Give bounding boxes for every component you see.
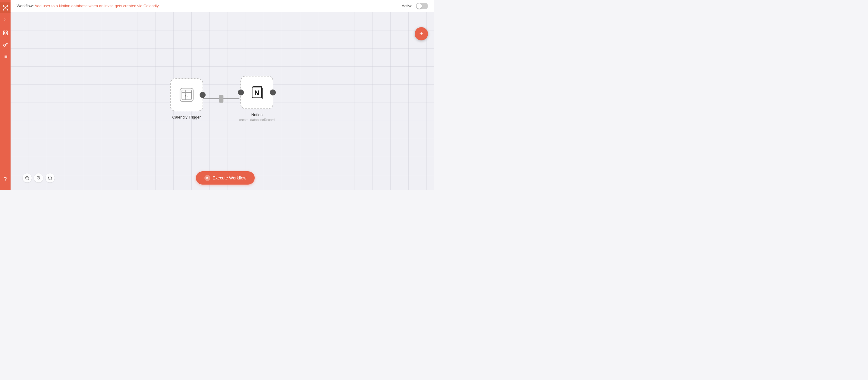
sidebar-item-network[interactable] — [0, 27, 10, 38]
zoom-controls — [23, 173, 55, 182]
notion-box[interactable]: N — [240, 76, 273, 109]
svg-marker-27 — [252, 86, 261, 87]
svg-line-34 — [39, 179, 40, 180]
workflow-name: Add user to a Notion database when an in… — [35, 4, 159, 8]
calendly-icon: C — [178, 86, 195, 103]
svg-rect-12 — [3, 33, 5, 35]
execute-workflow-button[interactable]: Execute Workflow — [196, 171, 255, 184]
calendly-output-connector — [199, 92, 206, 98]
sidebar-item-credentials[interactable] — [0, 39, 10, 50]
execute-workflow-label: Execute Workflow — [213, 176, 247, 180]
notion-label: Notion — [251, 113, 263, 117]
notion-sublabel: create: databaseRecord — [239, 118, 275, 121]
sidebar-item-help[interactable]: ? — [0, 174, 10, 184]
zoom-out-button[interactable] — [34, 173, 43, 182]
play-icon — [204, 175, 210, 181]
calendly-trigger-node[interactable]: C Calendly Trigger — [170, 78, 203, 119]
connection-midpoint — [219, 95, 223, 103]
workflow-canvas[interactable]: + — [10, 12, 434, 190]
svg-rect-13 — [6, 33, 7, 35]
workflow-label: Workflow: — [17, 4, 34, 8]
active-toggle[interactable] — [416, 3, 428, 9]
notion-node[interactable]: N Notion create: databaseRecord — [239, 76, 275, 121]
workflow-area: C Calendly Trigger — [170, 76, 275, 121]
svg-marker-36 — [207, 177, 209, 179]
svg-rect-11 — [6, 31, 7, 32]
svg-line-30 — [28, 179, 29, 180]
sidebar: > ? — [0, 0, 10, 190]
workflow-title-container: Workflow: Add user to a Notion database … — [17, 4, 159, 8]
sidebar-item-executions[interactable] — [0, 51, 10, 61]
svg-line-9 — [5, 8, 7, 10]
sidebar-toggle-button[interactable]: > — [0, 16, 10, 24]
svg-line-6 — [3, 6, 5, 7]
calendly-trigger-label: Calendly Trigger — [172, 115, 201, 119]
active-toggle-container: Active: — [402, 3, 428, 9]
header: Workflow: Add user to a Notion database … — [10, 0, 434, 12]
calendly-trigger-box[interactable]: C — [170, 78, 203, 111]
notion-input-connector — [238, 89, 244, 95]
notion-icon: N — [249, 84, 265, 101]
svg-line-7 — [5, 6, 7, 7]
notion-output-connector — [270, 89, 276, 95]
reset-zoom-button[interactable] — [45, 173, 55, 182]
active-label: Active: — [402, 4, 413, 8]
main-content: Workflow: Add user to a Notion database … — [10, 0, 434, 190]
toggle-knob — [416, 3, 422, 9]
app-logo[interactable] — [0, 2, 10, 13]
svg-rect-10 — [3, 31, 5, 32]
bottom-toolbar: Execute Workflow — [10, 171, 434, 184]
svg-text:N: N — [255, 89, 259, 96]
svg-text:C: C — [185, 93, 188, 98]
zoom-in-button[interactable] — [23, 173, 32, 182]
svg-line-8 — [3, 8, 5, 10]
add-node-button[interactable]: + — [415, 27, 428, 40]
node-connection — [203, 98, 239, 99]
svg-marker-28 — [261, 87, 263, 99]
